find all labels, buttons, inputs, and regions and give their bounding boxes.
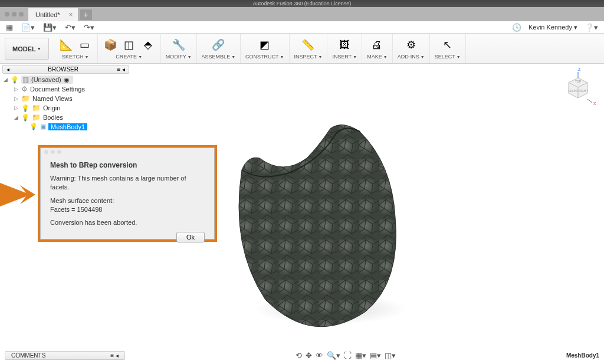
viewcube-right[interactable]: RIGHT xyxy=(579,89,588,93)
modify-group[interactable]: 🔧 MODIFY▼ xyxy=(161,34,197,63)
comments-button[interactable]: COMMENTS≡ ◂ xyxy=(5,351,125,360)
file-icon[interactable]: 📄▾ xyxy=(21,23,35,32)
tree-docset[interactable]: ▷⚙Document Settings xyxy=(2,84,124,94)
help-icon[interactable]: ❔▾ xyxy=(585,23,598,32)
selection-readout: MeshBody1 xyxy=(566,352,599,359)
browser-tree: ◢💡▥(Unsaved)◉ ▷⚙Document Settings ▷📁Name… xyxy=(0,74,127,132)
tree-meshbody[interactable]: 💡▣MeshBody1 xyxy=(2,122,124,131)
addins-label: ADD-INS xyxy=(398,54,419,60)
clock-icon[interactable]: 🕓 xyxy=(512,23,521,32)
addins-group[interactable]: ⚙ ADD-INS▼ xyxy=(393,34,430,63)
user-menu[interactable]: Kevin Kennedy ▾ xyxy=(528,24,577,31)
quick-access-toolbar: ▦ 📄▾ 💾▾ ↶▾ ↷▾ 🕓 Kevin Kennedy ▾ ❔▾ xyxy=(0,21,604,34)
conversion-dialog: Mesh to BRep conversion Warning: This me… xyxy=(40,147,215,240)
folder-icon: 📁 xyxy=(21,94,30,103)
revolve-icon[interactable]: ⬘ xyxy=(140,37,156,53)
extrude-icon[interactable]: ◫ xyxy=(122,37,137,53)
modify-icon[interactable]: 🔧 xyxy=(171,37,186,53)
ribbon-toolbar: MODEL ▼ 📐▭ SKETCH▼ 📦◫⬘ CREATE▼ 🔧 MODIFY▼… xyxy=(0,34,604,64)
dialog-content: Mesh surface content:Facets = 1504498 xyxy=(50,196,205,214)
svg-line-6 xyxy=(587,99,592,103)
views-label: Named Views xyxy=(32,95,73,102)
look-icon[interactable]: 👁 xyxy=(316,351,323,360)
browser-collapse-icon[interactable]: ◂ xyxy=(6,66,9,73)
tab-label: Untitled* xyxy=(35,11,60,18)
gear-icon: ⚙ xyxy=(21,85,28,93)
make-label: MAKE xyxy=(367,54,382,60)
box-icon[interactable]: 📦 xyxy=(103,37,118,53)
assemble-icon[interactable]: 🔗 xyxy=(211,37,226,53)
tab-close-icon[interactable]: × xyxy=(69,11,73,19)
save-icon[interactable]: 💾▾ xyxy=(43,23,57,32)
tab-add-button[interactable]: + xyxy=(80,9,92,20)
pan-icon[interactable]: ✥ xyxy=(306,351,312,360)
document-tabs: Untitled* × + xyxy=(0,7,604,21)
tree-root[interactable]: ◢💡▥(Unsaved)◉ xyxy=(2,75,124,84)
construct-icon[interactable]: ◩ xyxy=(257,37,273,53)
assemble-group[interactable]: 🔗 ASSEMBLE▼ xyxy=(197,34,241,63)
annotation-arrow xyxy=(0,177,35,212)
minimize-dot[interactable] xyxy=(12,12,17,17)
mesh-object[interactable] xyxy=(218,99,407,335)
nav-toolbar: ⟲ ✥ 👁 🔍▾ ⛶ ▦▾ ▤▾ ◫▾ xyxy=(296,351,396,360)
select-icon[interactable]: ↖ xyxy=(440,37,455,53)
viewcube-top[interactable]: TOP xyxy=(575,80,582,83)
annotation-highlight: Mesh to BRep conversion Warning: This me… xyxy=(38,145,217,242)
create-label: CREATE xyxy=(116,54,137,60)
browser-pin-icon[interactable]: ≡ ◂ xyxy=(117,66,125,73)
folder-icon: 📁 xyxy=(32,113,41,122)
inspect-label: INSPECT xyxy=(294,54,317,60)
dialog-title: Mesh to BRep conversion xyxy=(50,161,205,169)
inspect-group[interactable]: 📏 INSPECT▼ xyxy=(290,34,328,63)
viewcube[interactable]: TOP FRONT RIGHT Z X xyxy=(562,67,597,109)
addins-icon[interactable]: ⚙ xyxy=(403,37,419,53)
assemble-label: ASSEMBLE xyxy=(202,54,231,60)
inspect-icon[interactable]: 📏 xyxy=(300,37,316,53)
redo-icon[interactable]: ↷▾ xyxy=(84,23,94,32)
mac-window-controls[interactable] xyxy=(0,12,28,17)
tree-origin[interactable]: ▷💡📁Origin xyxy=(2,103,124,113)
root-label: (Unsaved) xyxy=(31,76,61,83)
close-dot[interactable] xyxy=(5,12,9,17)
bulb-icon[interactable]: 💡 xyxy=(11,76,19,84)
meshbody-label: MeshBody1 xyxy=(48,123,87,130)
make-icon[interactable]: 🖨 xyxy=(369,37,385,53)
create-group[interactable]: 📦◫⬘ CREATE▼ xyxy=(98,34,161,63)
undo-icon[interactable]: ↶▾ xyxy=(65,23,76,32)
select-group[interactable]: ↖ SELECT▼ xyxy=(430,34,466,63)
bulb-icon[interactable]: 💡 xyxy=(29,123,38,130)
dialog-aborted: Conversion has been aborted. xyxy=(50,218,205,227)
sketch-group[interactable]: 📐▭ SKETCH▼ xyxy=(54,34,98,63)
workspace-label: MODEL xyxy=(12,45,36,53)
status-bar: COMMENTS≡ ◂ ⟲ ✥ 👁 🔍▾ ⛶ ▦▾ ▤▾ ◫▾ MeshBody… xyxy=(0,350,604,360)
bulb-icon[interactable]: 💡 xyxy=(21,104,29,112)
document-tab[interactable]: Untitled* × xyxy=(28,8,78,21)
zoom-icon[interactable]: 🔍▾ xyxy=(327,351,340,360)
dialog-window-controls[interactable] xyxy=(44,150,61,154)
orbit-icon[interactable]: ⟲ xyxy=(296,351,302,360)
ok-button[interactable]: Ok xyxy=(176,232,205,242)
tree-views[interactable]: ▷📁Named Views xyxy=(2,94,124,103)
select-label: SELECT xyxy=(435,54,455,60)
origin-label: Origin xyxy=(43,104,60,112)
construct-group[interactable]: ◩ CONSTRUCT▼ xyxy=(241,34,289,63)
grid-icon[interactable]: ▦ xyxy=(6,23,13,32)
modify-label: MODIFY xyxy=(166,54,186,60)
browser-panel-header[interactable]: ◂ BROWSER ≡ ◂ xyxy=(2,65,129,74)
viewport-layout-icon[interactable]: ◫▾ xyxy=(385,351,396,360)
tree-bodies[interactable]: ◢💡📁Bodies xyxy=(2,113,124,122)
zoom-dot[interactable] xyxy=(19,12,24,17)
display-style-icon[interactable]: ▦▾ xyxy=(355,351,366,360)
browser-title: BROWSER xyxy=(48,66,78,73)
sketch-rect-icon[interactable]: ▭ xyxy=(77,37,93,53)
workspace-switcher[interactable]: MODEL ▼ xyxy=(5,38,49,60)
bulb-icon[interactable]: 💡 xyxy=(21,114,29,122)
sketch-icon[interactable]: 📐 xyxy=(58,37,74,53)
viewcube-front[interactable]: FRONT xyxy=(568,89,578,93)
make-group[interactable]: 🖨 MAKE▼ xyxy=(362,34,392,63)
x-axis-label: X xyxy=(593,101,596,106)
insert-group[interactable]: 🖼 INSERT▼ xyxy=(327,34,362,63)
fit-icon[interactable]: ⛶ xyxy=(344,351,352,360)
grid-settings-icon[interactable]: ▤▾ xyxy=(370,351,381,360)
insert-icon[interactable]: 🖼 xyxy=(337,37,352,53)
